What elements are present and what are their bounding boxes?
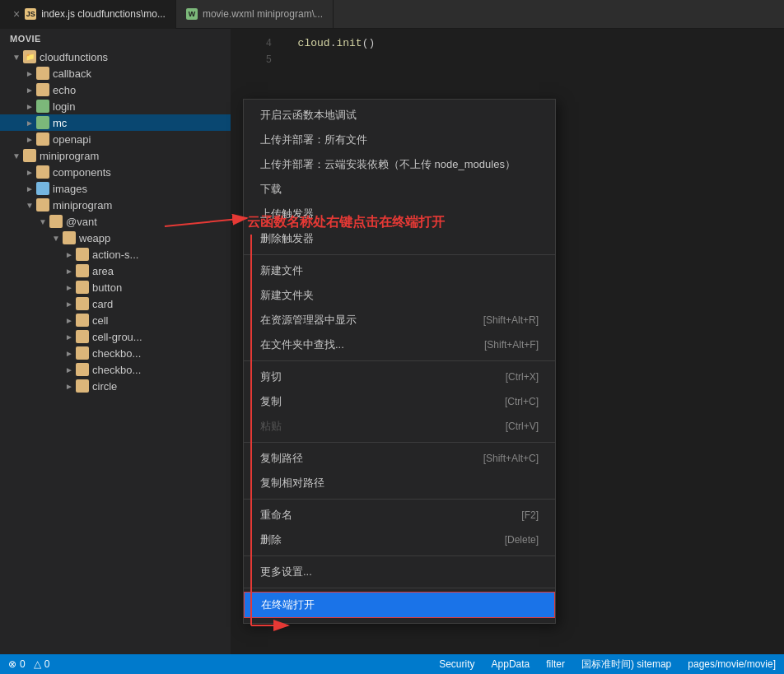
item-label-card: card [92, 298, 113, 310]
code-line-4: 4 cloud.init() [247, 35, 768, 52]
arrow-icon: ► [23, 83, 36, 96]
arrow-icon: ► [23, 116, 36, 129]
tab-movie-wxml[interactable]: W movie.wxml miniprogram\... [176, 0, 334, 29]
menu-copy-path[interactable]: 复制路径 [Shift+Alt+C] [244, 446, 555, 471]
tree-item-miniprogram[interactable]: ▼ miniprogram [0, 147, 231, 164]
tree-item-mc[interactable]: ► mc [0, 114, 231, 131]
menu-shortcut: [Ctrl+C] [505, 396, 539, 407]
menu-shortcut: [Ctrl+V] [506, 421, 539, 432]
menu-item-label: 删除 [260, 532, 282, 547]
arrow-icon: ▼ [49, 231, 63, 244]
tree-item-vant[interactable]: ▼ @vant [0, 213, 231, 230]
tab-label: index.js cloudfunctions\mo... [41, 8, 166, 20]
error-num: 0 [20, 658, 26, 670]
menu-copy-relative[interactable]: 复制相对路径 [244, 471, 555, 495]
tab-wxml-icon: W [186, 8, 198, 20]
menu-shortcut: [Shift+Alt+F] [484, 339, 539, 351]
tree-item-button[interactable]: ► button [0, 279, 231, 295]
tree-item-checkbox2[interactable]: ► checkbo... [0, 361, 231, 378]
tree-item-card[interactable]: ► card [0, 295, 231, 312]
item-label-action-s: action-s... [92, 249, 138, 261]
arrow-icon: ► [63, 363, 76, 376]
folder-icon-cell [76, 314, 89, 327]
folder-icon-vant [49, 215, 63, 228]
item-label: cloudfunctions [40, 51, 108, 63]
menu-item-label: 在终端打开 [261, 597, 315, 612]
tab-bar: × JS index.js cloudfunctions\mo... W mov… [0, 0, 784, 29]
menu-delete-trigger[interactable]: 删除触发器 [244, 226, 555, 251]
tree-item-openapi[interactable]: ► openapi [0, 131, 231, 147]
item-label-cell-grou: cell-grou... [92, 331, 142, 343]
menu-download[interactable]: 下载 [244, 177, 555, 202]
security-label: Security [439, 658, 474, 670]
menu-find-in-folder[interactable]: 在文件夹中查找... [Shift+Alt+F] [244, 332, 555, 357]
tree-item-checkbox1[interactable]: ► checkbo... [0, 345, 231, 361]
folder-icon-cloudfunctions: 📁 [23, 50, 36, 63]
menu-item-label: 上传并部署：云端安装依赖（不上传 node_modules） [260, 157, 516, 172]
menu-upload-all[interactable]: 上传并部署：所有文件 [244, 128, 555, 152]
tree-item-cell[interactable]: ► cell [0, 312, 231, 328]
tree-item-cloudfunctions[interactable]: ▼ 📁 cloudfunctions [0, 49, 231, 65]
folder-icon-callback [36, 67, 49, 80]
menu-new-file[interactable]: 新建文件 [244, 258, 555, 283]
menu-item-label: 新建文件夹 [260, 288, 314, 303]
folder-icon-button [76, 281, 89, 294]
menu-separator-3 [244, 442, 555, 443]
menu-item-label: 复制 [260, 394, 282, 409]
tree-item-login[interactable]: ► login [0, 98, 231, 114]
context-menu: 开启云函数本地调试 上传并部署：所有文件 上传并部署：云端安装依赖（不上传 no… [243, 99, 556, 624]
item-label-mc: mc [53, 117, 67, 129]
item-label-components: components [53, 166, 111, 179]
menu-separator-4 [244, 499, 555, 500]
menu-separator-2 [244, 360, 555, 361]
tab-js-icon: JS [25, 8, 36, 20]
tab-close-icon[interactable]: × [13, 7, 20, 21]
menu-open-terminal[interactable]: 在终端打开 [244, 592, 555, 618]
tree-item-components[interactable]: ► components [0, 164, 231, 180]
item-label-miniprogram: miniprogram [40, 150, 99, 162]
tab-index-js[interactable]: × JS index.js cloudfunctions\mo... [0, 0, 176, 29]
menu-upload-cloud[interactable]: 上传并部署：云端安装依赖（不上传 node_modules） [244, 152, 555, 177]
menu-copy[interactable]: 复制 [Ctrl+C] [244, 389, 555, 414]
folder-icon-circle [76, 379, 89, 393]
tree-item-images[interactable]: ► images [0, 180, 231, 197]
tree-item-echo[interactable]: ► echo [0, 81, 231, 98]
tree-item-area[interactable]: ► area [0, 263, 231, 279]
appdata-label: AppData [492, 658, 530, 670]
menu-cut[interactable]: 剪切 [Ctrl+X] [244, 365, 555, 389]
folder-icon-mc [36, 116, 49, 129]
menu-item-label: 剪切 [260, 370, 282, 384]
menu-rename[interactable]: 重命名 [F2] [244, 503, 555, 528]
tree-item-cell-grou[interactable]: ► cell-grou... [0, 328, 231, 345]
arrow-icon: ▼ [36, 215, 49, 228]
menu-delete[interactable]: 删除 [Delete] [244, 528, 555, 552]
tree-item-circle[interactable]: ► circle [0, 378, 231, 394]
arrow-icon: ► [63, 346, 76, 360]
folder-icon-checkbox2 [76, 363, 89, 376]
arrow-icon: ► [63, 264, 76, 277]
tree-item-weapp[interactable]: ▼ weapp [0, 230, 231, 246]
folder-icon-action-s [76, 248, 89, 261]
folder-icon-images [36, 182, 49, 195]
menu-local-debug[interactable]: 开启云函数本地调试 [244, 103, 555, 128]
menu-separator-6 [244, 588, 555, 588]
code-text: cloud.init() [285, 35, 375, 52]
page-label: pages/movie/movie] [688, 658, 776, 670]
arrow-icon: ► [63, 330, 76, 343]
item-label-circle: circle [92, 380, 117, 393]
error-icon: ⊗ [8, 658, 16, 670]
menu-more-settings[interactable]: 更多设置... [244, 560, 555, 584]
tree-item-callback[interactable]: ► callback [0, 65, 231, 81]
folder-icon-cell-grou [76, 330, 89, 343]
menu-item-label: 新建文件 [260, 263, 303, 278]
menu-item-label: 在文件夹中查找... [260, 337, 344, 352]
menu-upload-trigger[interactable]: 上传触发器 [244, 202, 555, 226]
item-label-button: button [92, 281, 122, 294]
menu-show-explorer[interactable]: 在资源管理器中显示 [Shift+Alt+R] [244, 308, 555, 332]
menu-new-folder[interactable]: 新建文件夹 [244, 283, 555, 308]
tree-item-action-s[interactable]: ► action-s... [0, 246, 231, 263]
arrow-icon: ► [23, 67, 36, 80]
warning-icon: △ [34, 658, 41, 670]
tree-item-miniprogram2[interactable]: ▼ miniprogram [0, 197, 231, 213]
tab-label-2: movie.wxml miniprogram\... [203, 8, 323, 20]
